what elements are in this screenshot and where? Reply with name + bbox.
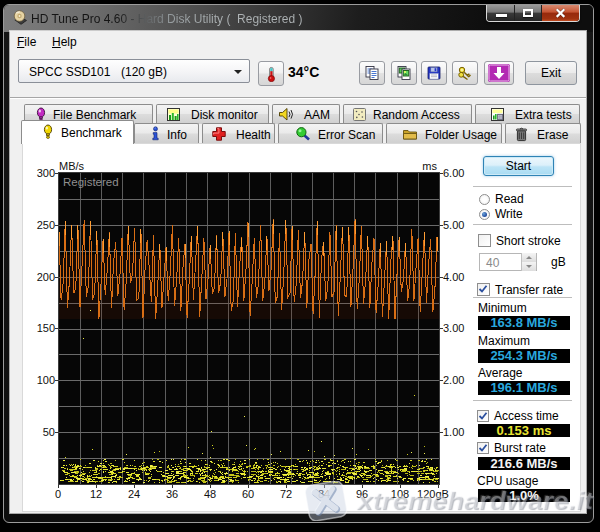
svg-text:Registered: Registered (63, 176, 119, 188)
